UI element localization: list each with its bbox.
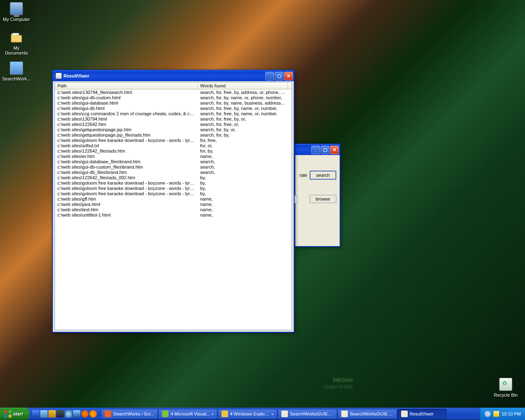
titlebar[interactable]: ResultViwer _ ▢ ✕	[53, 71, 294, 81]
table-row[interactable]: c:\web sites\122642.htmsearch, for, free…	[55, 121, 292, 127]
messenger-icon[interactable]	[65, 410, 72, 418]
taskbar-item-icon	[401, 411, 408, 417]
table-row[interactable]: c:\web sites\gui-database.htmlsearch, fo…	[55, 100, 292, 105]
cell-path: c:\web sites\gui-database_files\brand.ht…	[55, 159, 198, 164]
taskbar-item-icon	[341, 411, 348, 417]
table-row[interactable]: c:\web sites\gui-db_files\brand.htmsearc…	[55, 169, 292, 175]
cell-path: c:\web sites\gff.htm	[55, 196, 198, 201]
table-row[interactable]: c:\web sites\130794_files\search.htmsear…	[55, 89, 292, 95]
cell-words: name,	[198, 207, 288, 212]
taskbar-item[interactable]: SearchWorksGUIEx...	[338, 409, 397, 419]
close-button[interactable]: ✕	[330, 146, 339, 154]
table-row[interactable]: c:\web sites\122642_files\ads.htmfor, by…	[55, 148, 292, 153]
minimize-button[interactable]: _	[311, 146, 320, 154]
cell-path: c:\web sites\goloom free karaoke downloa…	[55, 180, 198, 185]
clock[interactable]: 10:10 PM	[502, 411, 521, 416]
titlebar[interactable]: _ ▢ ✕	[295, 144, 340, 155]
system-tray[interactable]: ‹ 10:10 PM	[480, 408, 525, 420]
listview-body[interactable]: c:\web sites\130794_files\search.htmsear…	[55, 89, 292, 330]
table-row[interactable]: c:\web sites\goloom free karaoke downloa…	[55, 185, 292, 191]
app-icon[interactable]	[89, 410, 97, 418]
table-row[interactable]: c:\web sites\er.htmname,	[55, 153, 292, 159]
minimize-button[interactable]: _	[265, 72, 274, 80]
cell-words: name,	[198, 154, 288, 159]
table-row[interactable]: c:\web sites\122642_files\ads_002.htmby,	[55, 175, 292, 180]
table-row[interactable]: c:\web sites\sdfsd.txtfor, or,	[55, 143, 292, 148]
window-title: ResultViwer	[64, 73, 265, 78]
cell-words: for, by,	[198, 148, 288, 153]
start-button[interactable]: start	[0, 408, 30, 420]
taskbar-item-icon	[162, 411, 169, 417]
results-listview[interactable]: Path Words found c:\web sites\130794_fil…	[55, 82, 292, 330]
cell-words: search, for, by, name, business, address…	[198, 100, 288, 105]
file-icon	[10, 62, 23, 75]
cell-path: c:\web sites\untitled-1.html	[55, 212, 198, 217]
search-dialog-window[interactable]: _ ▢ ✕ rate search browse	[294, 144, 340, 247]
table-row[interactable]: c:\web sites\gui-db.htmlsearch, for, fre…	[55, 105, 292, 111]
table-row[interactable]: c:\web sites\getquestionpage.jsp_files\a…	[55, 132, 292, 137]
table-row[interactable]: c:\web sites\gui-db-custom_files\brand.h…	[55, 164, 292, 169]
close-button[interactable]: ✕	[284, 72, 293, 80]
desktop-icon-label: Recycle Bin	[491, 393, 520, 397]
cell-words: by,	[198, 175, 288, 180]
cell-words: search, for, by,	[198, 132, 288, 137]
table-row[interactable]: c:\web sites\gui-db-custom.htmlsearch, f…	[55, 95, 292, 100]
table-row[interactable]: c:\web sites\130794.htmlsearch, for, fre…	[55, 116, 292, 121]
my-computer-icon[interactable]: My Computer	[2, 2, 31, 22]
recycle-bin-icon[interactable]: Recycle Bin	[491, 378, 520, 397]
result-viewer-window[interactable]: ResultViwer _ ▢ ✕ Path Words found c:\we…	[52, 70, 294, 333]
cell-path: c:\web sites\goloom free karaoke downloa…	[55, 186, 198, 191]
wallpaper-credit: (c)zilla778.2004	[324, 385, 353, 389]
windows-logo-icon	[4, 410, 11, 418]
tray-expand-icon[interactable]: ‹	[484, 411, 491, 417]
maximize-button[interactable]: ▢	[321, 146, 329, 154]
table-row[interactable]: c:\web sites\gff.htmname,	[55, 196, 292, 201]
ie-icon[interactable]	[32, 410, 39, 418]
app-icon[interactable]	[57, 410, 64, 418]
firefox-icon[interactable]	[81, 410, 89, 418]
taskbar-item[interactable]: 4 Microsoft Visual...▸	[158, 409, 217, 419]
taskbar-item[interactable]: SearchWorks / Scr...	[101, 409, 158, 419]
cell-words: by,	[198, 191, 288, 196]
taskbar-item-label: 4 Windows Explorer	[230, 411, 270, 416]
table-row[interactable]: c:\web sites\java.htmlname,	[55, 201, 292, 207]
table-row[interactable]: c:\web sites\ccg commandos 2 men of cour…	[55, 111, 292, 116]
search-button[interactable]: search	[310, 171, 336, 180]
show-desktop-icon[interactable]	[40, 410, 48, 418]
cell-path: c:\web sites\goloom free karaoke downloa…	[55, 191, 198, 196]
taskbar-item[interactable]: 4 Windows Explorer▸	[218, 409, 277, 419]
cell-path: c:\web sites\130794.html	[55, 116, 198, 121]
my-documents-icon[interactable]: My Documents	[2, 31, 31, 55]
chevron-right-icon: ▸	[272, 412, 274, 416]
taskbar-item-icon	[221, 411, 228, 417]
cell-words: by,	[198, 186, 288, 191]
ie-icon[interactable]	[73, 410, 80, 418]
cell-path: c:\web sites\gui-database.html	[55, 100, 198, 105]
taskbar-item-label: SearchWorksGUIEx...	[290, 411, 333, 416]
table-row[interactable]: c:\web sites\goloom free karaoke downloa…	[55, 191, 292, 196]
table-row[interactable]: c:\web sites\gui-database_files\brand.ht…	[55, 159, 292, 164]
maximize-button[interactable]: ▢	[275, 72, 283, 80]
table-row[interactable]: c:\web sites\untitled-1.htmlname,	[55, 212, 292, 217]
taskbar-item[interactable]: ResultViwer	[397, 409, 447, 419]
documents-icon	[10, 31, 23, 44]
cell-path: c:\web sites\test.htm	[55, 207, 198, 212]
cell-path: c:\web sites\sdfsd.txt	[55, 143, 198, 148]
table-row[interactable]: c:\web sites\test.htmname,	[55, 207, 292, 212]
cell-words: search, for, free, by, address, or, phon…	[198, 90, 288, 95]
cell-path: c:\web sites\ccg commandos 2 men of cour…	[55, 111, 198, 116]
start-label: start	[13, 411, 23, 416]
column-header-words[interactable]: Words found	[198, 82, 288, 89]
table-row[interactable]: c:\web sites\getquestionpage.jsp.htmsear…	[55, 127, 292, 132]
tray-shield-icon[interactable]	[493, 411, 499, 417]
cell-path: c:\web sites\getquestionpage.jsp_files\a…	[55, 132, 198, 137]
column-header-path[interactable]: Path	[55, 82, 198, 89]
wmp-icon[interactable]	[48, 410, 56, 418]
table-row[interactable]: c:\web sites\goloom free karaoke downloa…	[55, 137, 292, 143]
cell-words: search, for, free, by, name, or, number,	[198, 106, 288, 111]
browse-button[interactable]: browse	[310, 195, 336, 203]
table-row[interactable]: c:\web sites\goloom free karaoke downloa…	[55, 180, 292, 185]
cell-words: search,	[198, 170, 288, 175]
taskbar-item[interactable]: SearchWorksGUIEx...	[278, 409, 337, 419]
searchwork-file-icon[interactable]: SearchWork...	[2, 62, 31, 81]
